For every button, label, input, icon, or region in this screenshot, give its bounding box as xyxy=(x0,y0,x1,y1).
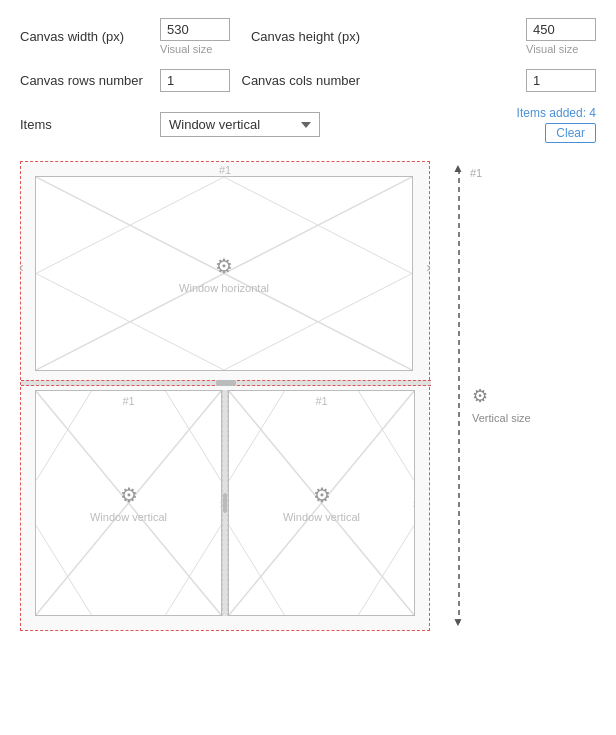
canvas-height-hint: Visual size xyxy=(526,43,578,55)
vertical-size-indicator: ▲ ▼ #1 ⚙ Vertical size xyxy=(440,161,520,631)
bottom-windows: #1 ⚙ Window vertical › xyxy=(35,390,415,616)
window-horizontal-label: Window horizontal xyxy=(179,282,269,294)
svg-line-16 xyxy=(229,525,285,615)
svg-line-10 xyxy=(36,525,92,615)
window-horizontal-panel: ⚙ Window horizontal xyxy=(35,176,413,371)
canvas-cols-label: Canvas cols number xyxy=(240,73,360,88)
window-horizontal-center: ⚙ Window horizontal xyxy=(179,254,269,294)
canvas-height-label: Canvas height (px) xyxy=(240,29,360,44)
svg-line-8 xyxy=(36,391,92,481)
canvas-area: #1 ‹ › ⚙ Window horizontal xyxy=(20,161,430,631)
window-vertical-right-label: Window vertical xyxy=(283,511,360,523)
bottom-right-panel-num: #1 xyxy=(315,395,327,407)
arrow-right-icon[interactable]: › xyxy=(426,259,431,275)
window-vertical-left: #1 ⚙ Window vertical › xyxy=(35,390,222,616)
vert-arrow-down-icon: ▼ xyxy=(452,615,464,629)
h-divider-handle[interactable] xyxy=(216,380,236,386)
arrow-left-icon[interactable]: ‹ xyxy=(19,259,24,275)
vertical-size-svg xyxy=(458,161,460,631)
svg-line-9 xyxy=(166,391,222,481)
canvas-rows-label: Canvas rows number xyxy=(20,73,150,88)
svg-line-11 xyxy=(166,525,222,615)
gear-icon-vertical-right[interactable]: ⚙ xyxy=(313,483,331,507)
vertical-size-text: Vertical size xyxy=(472,412,531,424)
svg-line-17 xyxy=(359,525,415,615)
canvas-grid-row: Canvas rows number Canvas cols number xyxy=(20,69,596,92)
window-vertical-right-center: ⚙ Window vertical xyxy=(283,483,360,523)
v-divider-handle[interactable] xyxy=(223,493,227,513)
canvas-container: #1 ‹ › ⚙ Window horizontal xyxy=(20,161,600,631)
svg-line-14 xyxy=(229,391,285,481)
h-divider[interactable] xyxy=(21,380,431,386)
canvas-height-group: Visual size xyxy=(526,18,596,55)
vert-hash-label: #1 xyxy=(470,167,482,179)
window-vertical-left-center: ⚙ Window vertical xyxy=(90,483,167,523)
gear-icon-vertical-left[interactable]: ⚙ xyxy=(120,483,138,507)
canvas-height-input[interactable] xyxy=(526,18,596,41)
canvas-width-hint: Visual size xyxy=(160,43,212,55)
window-vertical-right: #1 ⚙ Window vertical › xyxy=(228,390,415,616)
settings-form: Canvas width (px) Visual size Canvas hei… xyxy=(20,18,596,143)
canvas-rows-input[interactable] xyxy=(160,69,230,92)
clear-button[interactable]: Clear xyxy=(545,123,596,143)
items-added-label: Items added: 4 xyxy=(517,106,596,120)
canvas-width-label: Canvas width (px) xyxy=(20,29,150,44)
canvas-width-input[interactable] xyxy=(160,18,230,41)
items-dropdown[interactable]: Window vertical Window horizontal Door F… xyxy=(160,112,320,137)
window-vertical-left-label: Window vertical xyxy=(90,511,167,523)
items-label: Items xyxy=(20,117,150,132)
svg-line-15 xyxy=(359,391,415,481)
vert-arrow-up-icon: ▲ xyxy=(452,161,464,175)
items-added-group: Items added: 4 Clear xyxy=(517,106,596,143)
top-panel-num: #1 xyxy=(219,164,231,176)
canvas-dimensions-row: Canvas width (px) Visual size Canvas hei… xyxy=(20,18,596,55)
items-row: Items Window vertical Window horizontal … xyxy=(20,106,596,143)
canvas-width-group: Visual size xyxy=(160,18,230,55)
canvas-cols-input[interactable] xyxy=(526,69,596,92)
vert-gear-icon[interactable]: ⚙ xyxy=(472,385,488,407)
arrow-right-right-panel-icon[interactable]: › xyxy=(413,496,415,511)
bottom-left-panel-num: #1 xyxy=(122,395,134,407)
gear-icon-horizontal[interactable]: ⚙ xyxy=(215,254,233,278)
